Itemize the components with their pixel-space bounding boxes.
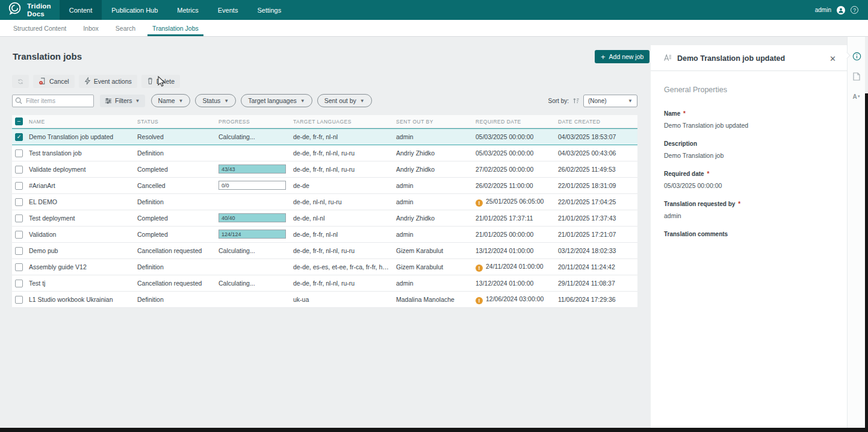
filters-icon: [105, 98, 112, 104]
chevron-down-icon: ▼: [224, 98, 229, 104]
cell-required-date: 13/12/2024 01:00:00: [476, 280, 558, 287]
subnav-item-translation-jobs[interactable]: Translation Jobs: [151, 20, 200, 36]
table-row[interactable]: Test translation jobDefinitionde-de, fr-…: [12, 145, 637, 161]
row-checkbox-cell: [12, 214, 29, 222]
row-checkbox[interactable]: [15, 280, 23, 287]
row-checkbox[interactable]: [15, 198, 23, 206]
help-icon[interactable]: ?: [851, 6, 858, 14]
table-row[interactable]: Validate deploymentCompleted43/43de-de, …: [12, 161, 637, 178]
cell-sent-out-by: Andriy Zhidko: [396, 214, 476, 222]
progress-bar: 124/124: [219, 230, 286, 239]
filter-bar: Filters ▼ Name▼Status▼Target languages▼S…: [12, 94, 637, 107]
table-row[interactable]: ✓Demo Translation job updatedResolvedCal…: [12, 128, 637, 145]
cell-date-created: 21/01/2025 17:21:07: [558, 231, 637, 238]
panel-title: Demo Translation job updated: [677, 54, 785, 63]
filter-items-input[interactable]: [12, 95, 94, 107]
cell-status: Cancellation requested: [137, 247, 219, 254]
filters-button[interactable]: Filters ▼: [100, 95, 145, 107]
table-row[interactable]: Assembly guide V12Definitionde-de, es-es…: [12, 259, 637, 275]
cell-sent-out-by: admin: [396, 231, 476, 238]
row-checkbox[interactable]: [15, 263, 23, 271]
search-box: [12, 95, 94, 107]
jobs-toolbar: Cancel Event actions Delete: [12, 75, 180, 88]
refresh-icon: [17, 78, 23, 86]
chevron-down-icon: ▼: [360, 98, 365, 104]
cell-target-languages: de-de, fr-fr, nl-nl, ru-ru: [293, 247, 396, 254]
select-all-checkbox[interactable]: –: [15, 117, 23, 125]
cell-required-date: 27/02/2025 00:00:00: [476, 166, 558, 173]
column-header-status[interactable]: STATUS: [137, 119, 219, 125]
nav-item-metrics[interactable]: Metrics: [167, 0, 208, 20]
user-avatar-icon[interactable]: [837, 6, 845, 14]
column-header-required-date[interactable]: REQUIRED DATE: [476, 119, 558, 125]
filter-pill-status[interactable]: Status▼: [195, 94, 236, 107]
table-row[interactable]: ValidationCompleted124/124de-de, fr-fr, …: [12, 227, 637, 243]
nav-item-publication-hub[interactable]: Publication Hub: [102, 0, 167, 20]
row-checkbox[interactable]: [15, 247, 23, 255]
table-header-row: –NAMESTATUSPROGRESSTARGET LANGUAGESSENT …: [12, 115, 637, 128]
field-label-description: Description: [664, 140, 834, 147]
tridion-logo-icon: [7, 1, 22, 19]
cell-progress: Calculating...: [219, 133, 293, 140]
cell-sent-out-by: Gizem Karabulut: [396, 247, 476, 254]
column-header-target-languages[interactable]: TARGET LANGUAGES: [293, 119, 396, 125]
table-row[interactable]: Demo pubCancellation requestedCalculatin…: [12, 243, 637, 259]
cell-name: Demo pub: [29, 247, 137, 254]
sort-direction-icon[interactable]: [572, 97, 580, 104]
required-asterisk: *: [705, 171, 710, 177]
cell-target-languages: de-de: [293, 182, 396, 189]
sort-select[interactable]: (None) ▼: [583, 95, 637, 107]
column-header-sent-out-by[interactable]: SENT OUT BY: [396, 119, 476, 125]
close-panel-button[interactable]: ✕: [829, 55, 836, 63]
nav-item-events[interactable]: Events: [208, 0, 248, 20]
table-row[interactable]: Test tjCancellation requestedCalculating…: [12, 275, 637, 292]
row-checkbox[interactable]: [15, 214, 23, 222]
info-tab-icon[interactable]: [848, 49, 866, 63]
filter-pill-name[interactable]: Name▼: [151, 94, 191, 107]
row-checkbox[interactable]: [15, 149, 23, 157]
column-header-date-created[interactable]: DATE CREATED: [558, 119, 637, 125]
column-header-progress[interactable]: PROGRESS: [219, 119, 293, 125]
row-checkbox-cell: [12, 198, 29, 206]
refresh-button[interactable]: [12, 75, 29, 88]
cell-target-languages: de-de, es-es, et-ee, fr-ca, fr-fr, hu-hu…: [293, 263, 396, 271]
row-checkbox-cell: [12, 166, 29, 174]
document-tab-icon[interactable]: [848, 69, 866, 84]
cell-name: Test translation job: [29, 149, 137, 157]
column-header-name[interactable]: NAME: [29, 119, 137, 125]
row-checkbox[interactable]: ✓: [15, 133, 23, 141]
nav-item-settings[interactable]: Settings: [247, 0, 291, 20]
cell-status: Completed: [137, 231, 219, 238]
nav-item-content[interactable]: Content: [60, 0, 102, 20]
table-row[interactable]: L1 Studio workbook UkrainianDefinitionuk…: [12, 292, 637, 308]
cell-name: EL DEMO: [29, 198, 137, 205]
subnav-item-structured-content[interactable]: Structured Content: [12, 20, 67, 36]
delete-button[interactable]: Delete: [141, 75, 180, 88]
translation-tab-icon[interactable]: A▼: [848, 89, 866, 104]
cell-date-created: 20/11/2024 11:24:42: [558, 263, 637, 271]
add-new-job-button[interactable]: + Add new job: [595, 50, 649, 63]
cell-progress: 0/0: [219, 181, 293, 191]
table-row[interactable]: EL DEMODefinitionde-de, nl-nl, ru-ruadmi…: [12, 194, 637, 210]
table-row[interactable]: #ArianArtCancelled0/0de-deadmin26/02/202…: [12, 178, 637, 194]
row-checkbox[interactable]: [15, 231, 23, 239]
cell-status: Definition: [137, 149, 219, 157]
row-checkbox-cell: [12, 280, 29, 287]
field-value-required-date: 05/03/2025 00:00:00: [664, 182, 834, 189]
cell-sent-out-by: Andriy Zhidko: [396, 149, 476, 157]
row-checkbox[interactable]: [15, 182, 23, 190]
tridion-docs-logo[interactable]: Tridion Docs: [0, 0, 60, 20]
subnav-item-inbox[interactable]: Inbox: [82, 20, 100, 36]
table-row[interactable]: Test deploymentCompleted40/40de-de, nl-n…: [12, 210, 637, 227]
filter-pill-target-languages[interactable]: Target languages▼: [241, 94, 312, 107]
required-asterisk: *: [681, 110, 686, 117]
event-actions-button[interactable]: Event actions: [79, 75, 137, 88]
subnav-item-search[interactable]: Search: [114, 20, 137, 36]
cell-required-date: 21/01/2025 17:37:11: [476, 214, 558, 222]
cancel-button[interactable]: Cancel: [33, 75, 75, 88]
cell-name: #ArianArt: [29, 182, 137, 189]
row-checkbox[interactable]: [15, 296, 23, 304]
row-checkbox[interactable]: [15, 166, 23, 174]
filter-pill-sent-out-by[interactable]: Sent out by▼: [317, 94, 372, 107]
cell-target-languages: de-de, fr-fr, nl-nl, ru-ru: [293, 280, 396, 287]
